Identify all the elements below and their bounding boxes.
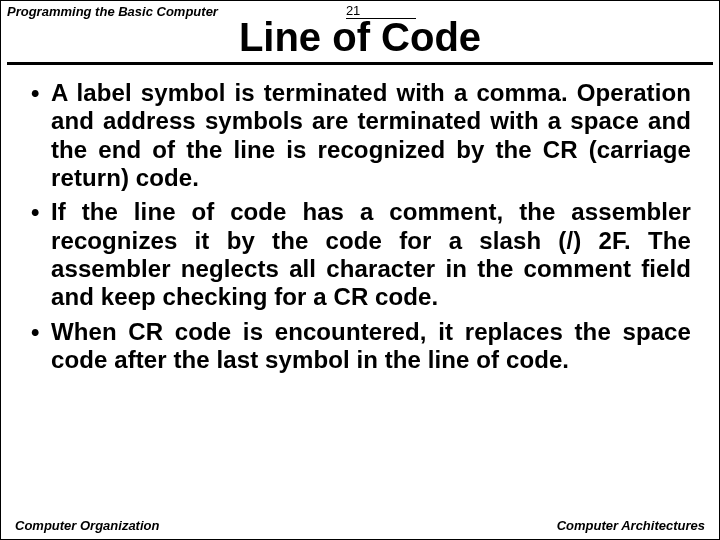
slide-page: Programming the Basic Computer 21 Line o… [0, 0, 720, 540]
bullet-item: If the line of code has a comment, the a… [29, 198, 691, 311]
page-title: Line of Code [231, 15, 489, 62]
footer: Computer Organization Computer Architect… [1, 518, 719, 533]
title-wrap: Line of Code [1, 15, 719, 62]
bullet-list: A label symbol is terminated with a comm… [29, 79, 691, 374]
footer-right: Computer Architectures [557, 518, 705, 533]
body: A label symbol is terminated with a comm… [1, 65, 719, 374]
bullet-item: When CR code is encountered, it replaces… [29, 318, 691, 375]
bullet-item: A label symbol is terminated with a comm… [29, 79, 691, 192]
footer-left: Computer Organization [15, 518, 159, 533]
